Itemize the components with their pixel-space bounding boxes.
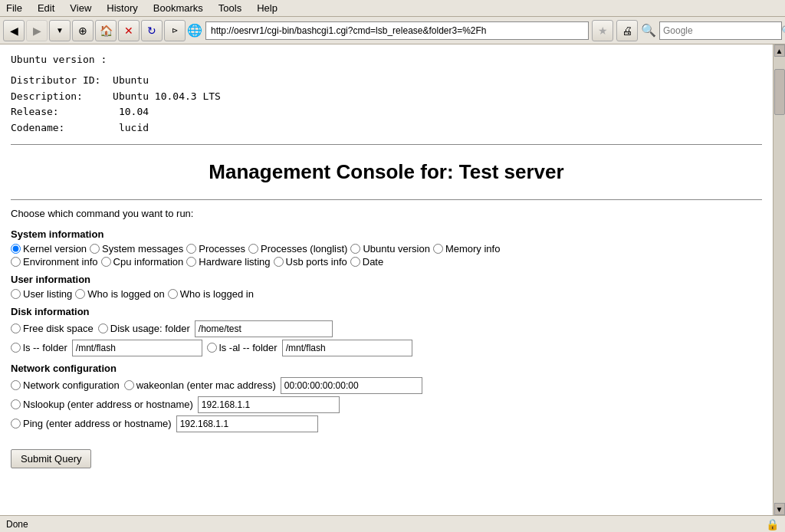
- star-button[interactable]: ★: [592, 20, 613, 41]
- stop-button[interactable]: ⊕: [72, 20, 94, 41]
- radio-usb-input[interactable]: [274, 257, 284, 267]
- radio-proclong-input[interactable]: [248, 244, 258, 254]
- ls-folder-input[interactable]: [72, 340, 202, 356]
- mac-address-input[interactable]: [281, 377, 422, 394]
- radio-memory-info[interactable]: Memory info: [433, 243, 501, 255]
- radio-kernel-input[interactable]: [11, 244, 21, 254]
- toolbar: ◀ ▶ ▼ ⊕ 🏠 ✕ ↻ ⊳ 🌐 ★ 🖨 🔍 🔍: [0, 17, 785, 44]
- radio-wakeonlan[interactable]: wakeonlan (enter mac address): [124, 379, 276, 391]
- menu-file[interactable]: File: [3, 2, 25, 14]
- print-button[interactable]: 🖨: [616, 20, 638, 41]
- lsal-folder-input[interactable]: [282, 340, 412, 356]
- radio-date-input[interactable]: [350, 257, 360, 267]
- status-text: Done: [6, 519, 28, 530]
- home-button[interactable]: 🏠: [95, 20, 117, 41]
- radio-sysmsg-input[interactable]: [90, 244, 100, 254]
- radio-whologon-input[interactable]: [75, 289, 85, 299]
- menu-view[interactable]: View: [67, 2, 94, 14]
- scroll-down-button[interactable]: ▼: [774, 503, 785, 515]
- radio-ping-input[interactable]: [11, 419, 21, 429]
- choose-text: Choose which command you want to run:: [11, 208, 762, 219]
- radio-freedisk-input[interactable]: [11, 323, 21, 333]
- ubuntu-codename: Codename: lucid: [11, 120, 762, 136]
- radio-userlist-input[interactable]: [11, 289, 21, 299]
- radio-cpuinfo-input[interactable]: [101, 257, 111, 267]
- radio-nslookup[interactable]: Nslookup (enter address or hostname): [11, 399, 193, 410]
- radio-ls-input[interactable]: [11, 343, 21, 353]
- menu-bookmarks[interactable]: Bookmarks: [150, 2, 206, 14]
- ubuntu-title: Ubuntu version :: [11, 52, 762, 68]
- radio-env-info[interactable]: Environment info: [11, 256, 98, 268]
- radio-hwlist-input[interactable]: [186, 257, 196, 267]
- radio-ubuntu-version[interactable]: Ubuntu version: [350, 243, 429, 255]
- menu-bar: File Edit View History Bookmarks Tools H…: [0, 0, 785, 17]
- scroll-up-button[interactable]: ▲: [774, 44, 785, 57]
- reload-button[interactable]: ↻: [141, 20, 163, 41]
- submit-button[interactable]: Submit Query: [11, 449, 91, 468]
- ubuntu-info: Ubuntu version : Distributor ID: Ubuntu …: [11, 52, 762, 136]
- search-submit-button[interactable]: 🔍: [781, 22, 785, 39]
- radio-envinfo-input[interactable]: [11, 257, 21, 267]
- radio-processes[interactable]: Processes: [186, 243, 245, 255]
- menu-edit[interactable]: Edit: [34, 2, 57, 14]
- radio-who-logged-in[interactable]: Who is logged in: [168, 288, 254, 300]
- radio-disk-folder[interactable]: Disk usage: folder: [98, 323, 190, 334]
- radio-date[interactable]: Date: [350, 256, 383, 268]
- radio-ls-folder[interactable]: ls -- folder: [11, 342, 67, 353]
- extra-button[interactable]: ⊳: [164, 20, 186, 41]
- radio-netconf-input[interactable]: [11, 380, 21, 390]
- radio-kernel-version[interactable]: Kernel version: [11, 243, 87, 255]
- ping-input[interactable]: [176, 415, 318, 432]
- disk-row-1: Free disk space Disk usage: folder: [11, 320, 762, 337]
- network-row-3: Ping (enter address or hostname): [11, 415, 762, 432]
- radio-whologin-input[interactable]: [168, 289, 178, 299]
- radio-user-listing[interactable]: User listing: [11, 288, 72, 300]
- radio-processes-long[interactable]: Processes (longlist): [248, 243, 347, 255]
- radio-wakeonlan-input[interactable]: [124, 380, 134, 390]
- user-radio-group: User listing Who is logged on Who is log…: [11, 288, 762, 300]
- divider-1: [11, 144, 762, 145]
- radio-net-config[interactable]: Network configuration: [11, 379, 120, 391]
- submit-area: Submit Query: [11, 440, 762, 468]
- close-button[interactable]: ✕: [118, 20, 140, 41]
- disk-section-title: Disk information: [11, 306, 762, 317]
- scrollbar[interactable]: ▲ ▼: [773, 44, 785, 515]
- disk-folder-input[interactable]: [195, 320, 333, 337]
- page-content: Ubuntu version : Distributor ID: Ubuntu …: [0, 44, 773, 476]
- menu-tools[interactable]: Tools: [215, 2, 245, 14]
- menu-help[interactable]: Help: [254, 2, 281, 14]
- radio-usb-ports[interactable]: Usb ports info: [274, 256, 347, 268]
- radio-hardware-listing[interactable]: Hardware listing: [186, 256, 270, 268]
- radio-lsal-folder[interactable]: ls -al -- folder: [207, 342, 278, 353]
- menu-history[interactable]: History: [103, 2, 140, 14]
- radio-lsal-input[interactable]: [207, 343, 217, 353]
- user-section-title: User information: [11, 274, 762, 285]
- radio-proc-input[interactable]: [186, 244, 196, 254]
- scrollbar-thumb[interactable]: [774, 69, 785, 115]
- browser-window: File Edit View History Bookmarks Tools H…: [0, 0, 785, 532]
- radio-ping[interactable]: Ping (enter address or hostname): [11, 418, 172, 429]
- page-area: Ubuntu version : Distributor ID: Ubuntu …: [0, 44, 785, 515]
- radio-ubuntuver-input[interactable]: [350, 244, 360, 254]
- divider-2: [11, 199, 762, 200]
- console-title: Management Console for: Test server: [11, 153, 762, 192]
- security-icon: 🔒: [766, 518, 779, 530]
- radio-cpu-info[interactable]: Cpu information: [101, 256, 184, 268]
- radio-who-logged-on[interactable]: Who is logged on: [75, 288, 164, 300]
- disk-row-2: ls -- folder ls -al -- folder: [11, 340, 762, 356]
- network-row-1: Network configuration wakeonlan (enter m…: [11, 377, 762, 394]
- nslookup-input[interactable]: [198, 396, 340, 413]
- radio-diskfolder-input[interactable]: [98, 323, 108, 333]
- radio-meminfo-input[interactable]: [433, 244, 443, 254]
- search-icon: 🔍: [641, 23, 656, 38]
- dropdown-button[interactable]: ▼: [49, 20, 71, 41]
- back-button[interactable]: ◀: [3, 20, 25, 41]
- forward-button[interactable]: ▶: [26, 20, 48, 41]
- radio-system-messages[interactable]: System messages: [90, 243, 183, 255]
- radio-nslookup-input[interactable]: [11, 399, 21, 409]
- radio-free-disk[interactable]: Free disk space: [11, 323, 94, 334]
- address-input[interactable]: [205, 21, 589, 40]
- scroll-area[interactable]: Ubuntu version : Distributor ID: Ubuntu …: [0, 44, 773, 515]
- network-section-title: Network configuration: [11, 363, 762, 374]
- search-input[interactable]: [660, 25, 781, 36]
